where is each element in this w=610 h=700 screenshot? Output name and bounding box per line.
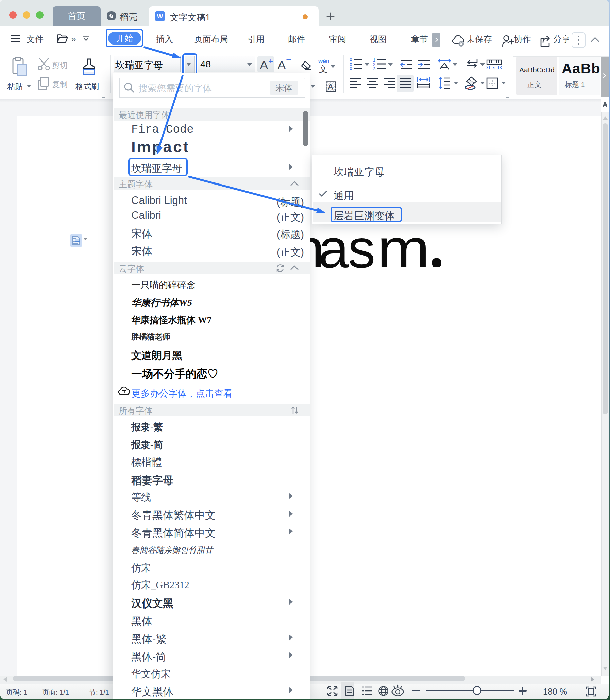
svg-text:A: A: [328, 82, 333, 91]
svg-text:3: 3: [373, 66, 375, 71]
